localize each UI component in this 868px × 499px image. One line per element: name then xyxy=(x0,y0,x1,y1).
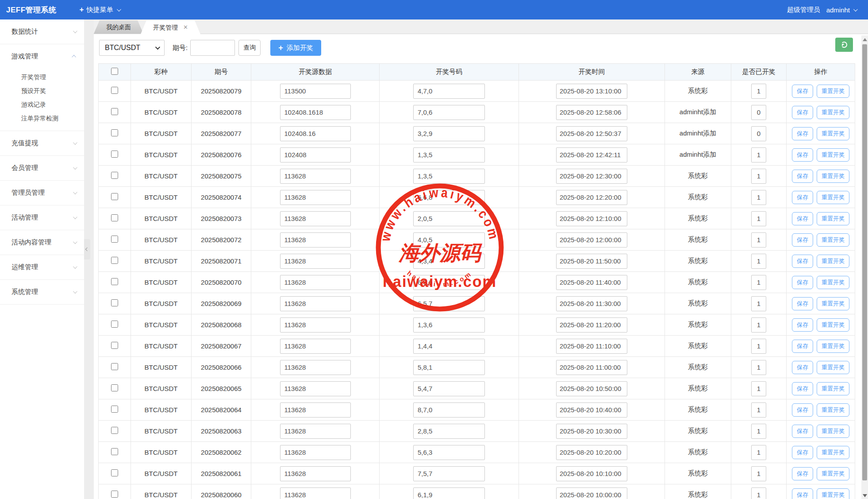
opened-flag-input[interactable] xyxy=(751,424,766,439)
reset-draw-button[interactable]: 重置开奖 xyxy=(817,170,849,183)
sidebar-collapse-handle[interactable] xyxy=(84,239,90,259)
source-data-input[interactable] xyxy=(280,84,351,99)
opened-flag-input[interactable] xyxy=(751,339,766,354)
draw-numbers-input[interactable] xyxy=(413,466,485,481)
opened-flag-input[interactable] xyxy=(751,190,766,205)
lottery-select[interactable]: BTC/USDT xyxy=(99,40,165,56)
reset-draw-button[interactable]: 重置开奖 xyxy=(817,297,849,310)
row-checkbox[interactable] xyxy=(111,448,118,455)
save-button[interactable]: 保存 xyxy=(792,361,813,374)
opened-flag-input[interactable] xyxy=(751,466,766,481)
reset-draw-button[interactable]: 重置开奖 xyxy=(817,191,849,204)
opened-flag-input[interactable] xyxy=(751,317,766,333)
draw-time-input[interactable] xyxy=(556,275,627,290)
row-checkbox[interactable] xyxy=(111,214,118,221)
save-button[interactable]: 保存 xyxy=(792,170,813,183)
draw-numbers-input[interactable] xyxy=(413,424,485,439)
sidebar-section-toggle[interactable]: 活动内容管理 xyxy=(0,230,84,255)
row-checkbox[interactable] xyxy=(111,87,118,94)
save-button[interactable]: 保存 xyxy=(792,276,813,289)
source-data-input[interactable] xyxy=(280,360,351,375)
draw-numbers-input[interactable] xyxy=(413,339,485,354)
draw-numbers-input[interactable] xyxy=(413,169,485,184)
tab-close-icon[interactable]: ✕ xyxy=(183,21,188,34)
sidebar-subitem[interactable]: 开奖管理 xyxy=(0,70,84,84)
sidebar-section-toggle[interactable]: 管理员管理 xyxy=(0,181,84,205)
row-checkbox[interactable] xyxy=(111,299,118,306)
query-button[interactable]: 查询 xyxy=(238,40,261,56)
reset-draw-button[interactable]: 重置开奖 xyxy=(817,488,849,499)
opened-flag-input[interactable] xyxy=(751,84,766,99)
opened-flag-input[interactable] xyxy=(751,360,766,375)
draw-numbers-input[interactable] xyxy=(413,254,485,269)
draw-time-input[interactable] xyxy=(556,339,627,354)
quick-menu-button[interactable]: + 快捷菜单 xyxy=(80,5,120,14)
opened-flag-input[interactable] xyxy=(751,445,766,460)
sidebar-subitem[interactable]: 预设开奖 xyxy=(0,84,84,98)
save-button[interactable]: 保存 xyxy=(792,127,813,140)
draw-time-input[interactable] xyxy=(556,254,627,269)
reset-draw-button[interactable]: 重置开奖 xyxy=(817,340,849,353)
source-data-input[interactable] xyxy=(280,402,351,418)
source-data-input[interactable] xyxy=(280,296,351,311)
sidebar-section-toggle[interactable]: 充值提现 xyxy=(0,131,84,155)
row-checkbox[interactable] xyxy=(111,406,118,413)
add-draw-button[interactable]: + 添加开奖 xyxy=(270,40,321,56)
reset-draw-button[interactable]: 重置开奖 xyxy=(817,403,849,417)
draw-numbers-input[interactable] xyxy=(413,296,485,311)
row-checkbox[interactable] xyxy=(111,427,118,434)
save-button[interactable]: 保存 xyxy=(792,106,813,119)
draw-numbers-input[interactable] xyxy=(413,487,485,499)
draw-numbers-input[interactable] xyxy=(413,211,485,226)
draw-numbers-input[interactable] xyxy=(413,126,485,141)
save-button[interactable]: 保存 xyxy=(792,318,813,332)
save-button[interactable]: 保存 xyxy=(792,255,813,268)
save-button[interactable]: 保存 xyxy=(792,212,813,225)
source-data-input[interactable] xyxy=(280,466,351,481)
row-checkbox[interactable] xyxy=(111,363,118,370)
draw-time-input[interactable] xyxy=(556,105,627,120)
draw-numbers-input[interactable] xyxy=(413,381,485,396)
sidebar-section-toggle[interactable]: 数据统计 xyxy=(0,19,84,44)
save-button[interactable]: 保存 xyxy=(792,446,813,459)
draw-numbers-input[interactable] xyxy=(413,317,485,333)
source-data-input[interactable] xyxy=(280,339,351,354)
save-button[interactable]: 保存 xyxy=(792,340,813,353)
source-data-input[interactable] xyxy=(280,190,351,205)
draw-time-input[interactable] xyxy=(556,317,627,333)
reset-draw-button[interactable]: 重置开奖 xyxy=(817,85,849,98)
draw-time-input[interactable] xyxy=(556,424,627,439)
opened-flag-input[interactable] xyxy=(751,296,766,311)
user-menu[interactable]: adminht xyxy=(826,6,856,14)
draw-numbers-input[interactable] xyxy=(413,190,485,205)
draw-time-input[interactable] xyxy=(556,381,627,396)
save-button[interactable]: 保存 xyxy=(792,148,813,162)
draw-time-input[interactable] xyxy=(556,232,627,248)
draw-numbers-input[interactable] xyxy=(413,445,485,460)
reset-draw-button[interactable]: 重置开奖 xyxy=(817,127,849,140)
save-button[interactable]: 保存 xyxy=(792,403,813,417)
opened-flag-input[interactable] xyxy=(751,232,766,248)
source-data-input[interactable] xyxy=(280,211,351,226)
row-checkbox[interactable] xyxy=(111,193,118,200)
draw-time-input[interactable] xyxy=(556,466,627,481)
row-checkbox[interactable] xyxy=(111,384,118,391)
save-button[interactable]: 保存 xyxy=(792,467,813,480)
sidebar-section-toggle[interactable]: 运维管理 xyxy=(0,255,84,279)
save-button[interactable]: 保存 xyxy=(792,191,813,204)
draw-numbers-input[interactable] xyxy=(413,147,485,162)
reset-draw-button[interactable]: 重置开奖 xyxy=(817,276,849,289)
draw-time-input[interactable] xyxy=(556,169,627,184)
reset-draw-button[interactable]: 重置开奖 xyxy=(817,446,849,459)
row-checkbox[interactable] xyxy=(111,321,118,328)
row-checkbox[interactable] xyxy=(111,257,118,264)
source-data-input[interactable] xyxy=(280,232,351,248)
row-checkbox[interactable] xyxy=(111,172,118,179)
scroll-down-arrow-icon[interactable] xyxy=(863,494,867,497)
row-checkbox[interactable] xyxy=(111,491,118,498)
source-data-input[interactable] xyxy=(280,105,351,120)
draw-time-input[interactable] xyxy=(556,147,627,162)
draw-numbers-input[interactable] xyxy=(413,232,485,248)
source-data-input[interactable] xyxy=(280,169,351,184)
reset-draw-button[interactable]: 重置开奖 xyxy=(817,106,849,119)
